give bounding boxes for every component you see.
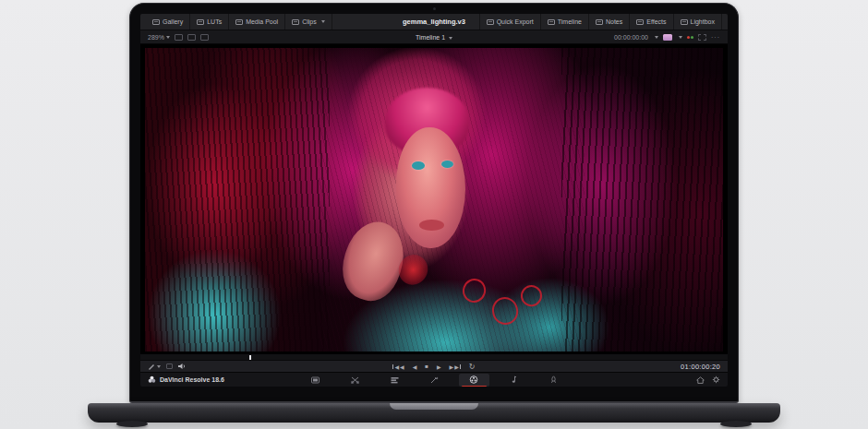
bar-icon [460,364,461,369]
clips-button[interactable]: Clips [285,14,332,30]
goto-start-button[interactable]: ◀◀ [392,363,404,370]
media-page-icon [311,376,319,384]
chevron-down-icon [157,365,161,368]
desktop-background: Gallery LUTs Media Pool Clips [0,0,868,429]
play-button[interactable]: ▶ [437,363,441,370]
left-eye [412,161,425,170]
notes-icon [596,19,603,25]
record-timecode: 01:00:00:20 [681,363,720,371]
timeline-label: Timeline [558,18,582,25]
transport-controls: ◀◀ ◀ ■ ▶ ▶▶ ↻ [140,363,728,371]
quick-export-icon [487,19,494,25]
lightbox-button[interactable]: Lightbox [674,14,722,30]
color-page-icon [469,375,478,384]
viewer-header-right: 00:00:00:00 ··· [614,34,720,41]
gallery-label: Gallery [163,18,183,25]
effects-label: Effects [646,18,666,25]
loop-icon: ↻ [469,363,476,371]
lid-notch [390,403,478,410]
edit-page-icon [391,376,399,384]
viewer-tool-1-icon[interactable] [175,34,183,41]
goto-start-icon: ◀ [400,363,404,370]
flag-icon[interactable] [166,363,173,369]
red-dot-icon [687,36,690,39]
grading-tool-button[interactable] [148,363,161,370]
clips-label: Clips [302,18,317,25]
luts-label: LUTs [207,18,222,25]
step-back-button[interactable]: ◀ [413,363,417,370]
source-timecode[interactable]: 00:00:00:00 [614,34,648,41]
expand-viewer-icon[interactable] [698,34,706,41]
chevron-down-icon [321,20,325,23]
timeline-icon [548,19,555,25]
page-tab-color[interactable] [459,374,489,387]
timeline-name: Timeline 1 [416,34,445,41]
goto-end-icon: ▶ [450,363,454,370]
lightbox-icon [681,19,688,25]
luts-button[interactable]: LUTs [190,14,229,30]
media-pool-button[interactable]: Media Pool [229,14,285,30]
timeline-button[interactable]: Timeline [541,14,589,30]
video-viewer[interactable] [140,44,728,353]
lips [419,220,443,231]
media-pool-label: Media Pool [246,18,278,25]
transport-bar: ◀◀ ◀ ■ ▶ ▶▶ ↻ 01:00:00:20 [140,360,728,372]
notes-button[interactable]: Notes [589,14,630,30]
viewer-tool-2-icon[interactable] [187,34,196,41]
cut-page-icon [351,376,359,384]
lightbox-label: Lightbox [691,18,715,25]
page-navigation-bar: DaVinci Resolve 18.6 [140,372,728,387]
step-back-icon: ◀ [413,363,417,370]
page-tab-media[interactable] [300,374,331,387]
loop-button[interactable]: ↻ [469,363,476,371]
webcam-icon [433,7,436,10]
goto-start-icon: ◀ [394,363,399,370]
laptop-lid: Gallery LUTs Media Pool Clips [129,3,739,403]
chevron-down-icon [679,36,682,39]
stop-icon: ■ [425,363,428,369]
goto-end-icon: ▶ [454,363,459,370]
viewer-tool-3-icon[interactable] [200,34,209,41]
viewer-header: 289% Timeline 1 00:00:00:00 [140,30,728,44]
fusion-page-icon [430,376,439,384]
quick-export-label: Quick Export [497,18,534,25]
page-tabs [140,374,728,387]
laptop-foot [720,421,752,427]
davinci-resolve-window: Gallery LUTs Media Pool Clips [140,14,728,387]
gallery-icon [152,19,160,25]
chevron-down-icon [166,36,170,39]
fairlight-page-icon [510,375,517,384]
page-tab-fusion[interactable] [419,374,450,387]
laptop-foot [116,421,148,427]
zoom-level-select[interactable]: 289% [148,34,170,41]
page-tab-cut[interactable] [340,374,370,387]
viewer-overflow-menu[interactable]: ··· [711,34,720,41]
goto-end-button[interactable]: ▶▶ [450,363,461,370]
footage-frame [145,48,723,352]
toolbar-left-group: Gallery LUTs Media Pool Clips [146,14,332,30]
page-tab-fairlight[interactable] [499,374,529,387]
bar-icon [392,364,393,369]
scopes-icon[interactable] [687,36,693,39]
deliver-page-icon [549,375,558,384]
play-icon: ▶ [437,363,441,370]
stop-button[interactable]: ■ [425,363,428,369]
quick-export-button[interactable]: Quick Export [479,14,541,30]
page-tab-deliver[interactable] [538,374,569,387]
red-fur-texture [145,48,330,352]
transport-tools [148,363,187,370]
viewer-header-left: 289% [148,34,209,41]
page-tab-edit[interactable] [380,374,410,387]
media-pool-icon [235,19,243,25]
green-dot-icon [691,36,693,39]
chevron-down-icon [449,37,452,40]
top-toolbar: Gallery LUTs Media Pool Clips [140,14,728,30]
effects-button[interactable]: Effects [630,14,673,30]
audio-mute-icon[interactable] [178,363,187,370]
clips-icon [292,19,299,25]
dark-fur-texture [561,48,723,352]
chevron-down-icon [655,36,658,39]
wipe-mode-icon[interactable] [663,34,672,41]
gallery-button[interactable]: Gallery [146,14,190,30]
timeline-scrubber[interactable] [140,353,728,360]
